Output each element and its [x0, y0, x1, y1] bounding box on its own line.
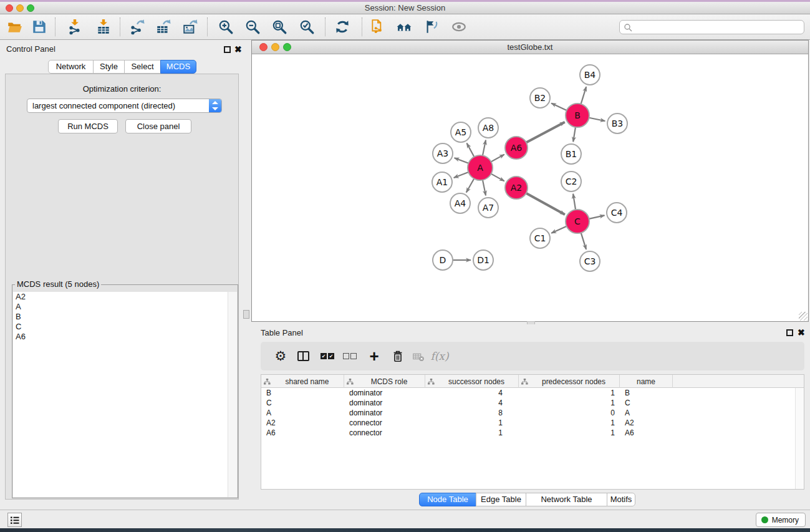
- column-header-shared-name[interactable]: shared name: [261, 375, 344, 388]
- add-column-icon[interactable]: +: [365, 347, 383, 365]
- column-header-predecessor-nodes[interactable]: predecessor nodes: [519, 375, 620, 388]
- vertical-split-handle[interactable]: [243, 310, 249, 319]
- table-row[interactable]: Cdominator41C: [261, 398, 795, 408]
- network-maximize-button[interactable]: [283, 43, 291, 51]
- graph-node-label: B2: [534, 93, 546, 103]
- run-mcds-button[interactable]: Run MCDS: [58, 119, 118, 133]
- refresh-icon[interactable]: [332, 16, 353, 37]
- graph-node-A5[interactable]: A5: [451, 122, 471, 142]
- zoom-in-icon[interactable]: [215, 16, 236, 37]
- column-header-MCDS-role[interactable]: MCDS role: [344, 375, 425, 388]
- column-header-successor-nodes[interactable]: successor nodes: [425, 375, 519, 388]
- window-title-bar: Session: New Session: [0, 2, 810, 14]
- table-cell: 1: [519, 428, 620, 438]
- graph-node-A6[interactable]: A6: [505, 137, 528, 159]
- close-panel-icon[interactable]: ✖: [234, 45, 242, 54]
- result-item[interactable]: A6: [13, 332, 237, 342]
- resize-grip-icon[interactable]: [799, 312, 808, 321]
- graph-node-C2[interactable]: C2: [561, 172, 581, 191]
- graph-node-B[interactable]: B: [566, 104, 589, 127]
- graph-edge-A6-B: [526, 122, 565, 143]
- result-list-scrollbar[interactable]: [228, 292, 237, 497]
- export-network-icon[interactable]: [127, 16, 148, 37]
- result-item[interactable]: B: [13, 312, 237, 322]
- export-image-icon[interactable]: [180, 16, 201, 37]
- clone-network-icon[interactable]: [367, 16, 388, 37]
- search-field[interactable]: [619, 20, 804, 34]
- mcds-result-list: A2ABCA6: [13, 292, 237, 497]
- graph-node-B2[interactable]: B2: [530, 88, 550, 108]
- tab-network[interactable]: Network: [48, 60, 94, 74]
- graph-node-C[interactable]: C: [566, 210, 589, 233]
- float-panel-icon[interactable]: [224, 46, 231, 53]
- first-neighbors-icon[interactable]: [393, 16, 415, 37]
- network-window-titlebar[interactable]: testGlobe.txt: [252, 41, 808, 54]
- columns-icon[interactable]: [294, 347, 312, 365]
- graph-node-A7[interactable]: A7: [478, 198, 498, 218]
- graph-node-A[interactable]: A: [468, 155, 493, 180]
- zoom-fit-icon[interactable]: [269, 16, 290, 37]
- deselect-all-icon[interactable]: [340, 347, 359, 365]
- table-float-icon[interactable]: [786, 329, 793, 336]
- zoom-out-icon[interactable]: [242, 16, 263, 37]
- table-scrollbar[interactable]: [795, 388, 804, 489]
- attribute-type-icon: [428, 379, 435, 385]
- maximize-window-button[interactable]: [27, 4, 34, 12]
- search-input[interactable]: [635, 21, 800, 33]
- graph-node-A4[interactable]: A4: [450, 193, 470, 213]
- tab-node-table[interactable]: Node Table: [419, 493, 476, 506]
- table-cell: A: [620, 408, 673, 418]
- tab-motifs[interactable]: Motifs: [607, 493, 635, 506]
- network-minimize-button[interactable]: [271, 43, 279, 51]
- criterion-dropdown[interactable]: largest connected component (directed): [27, 99, 222, 113]
- import-network-icon[interactable]: [64, 16, 85, 37]
- import-table-icon[interactable]: [93, 16, 114, 37]
- close-panel-button[interactable]: Close panel: [125, 119, 191, 133]
- graph-node-B3[interactable]: B3: [607, 114, 627, 133]
- hide-details-icon[interactable]: [420, 16, 441, 37]
- graph-node-D[interactable]: D: [433, 250, 453, 270]
- graph-node-A1[interactable]: A1: [432, 172, 452, 192]
- network-canvas[interactable]: AA1A2A3A4A5A6A7A8BB1B2B3B4CC1C2C3C4DD1: [252, 54, 808, 321]
- show-details-icon[interactable]: [448, 16, 470, 37]
- table-row[interactable]: Adominator80A: [261, 408, 795, 418]
- table-row[interactable]: A6connector11A6: [261, 428, 795, 438]
- table-row[interactable]: Bdominator41B: [261, 388, 795, 398]
- column-header-name[interactable]: name: [620, 375, 673, 388]
- graph-node-C3[interactable]: C3: [580, 251, 600, 271]
- graph-node-A2[interactable]: A2: [505, 177, 528, 199]
- table-close-icon[interactable]: ✖: [798, 328, 805, 337]
- gear-icon[interactable]: ⚙: [271, 347, 290, 365]
- function-builder-icon[interactable]: f(x): [430, 347, 449, 365]
- close-window-button[interactable]: [6, 4, 13, 12]
- table-row[interactable]: A2connector11A2: [261, 418, 795, 428]
- tab-mcds[interactable]: MCDS: [160, 60, 196, 74]
- tab-network-table[interactable]: Network Table: [526, 493, 607, 506]
- task-history-button[interactable]: [7, 513, 22, 527]
- minimize-window-button[interactable]: [16, 4, 24, 12]
- network-close-button[interactable]: [259, 43, 268, 51]
- graph-node-A3[interactable]: A3: [433, 143, 453, 163]
- graph-node-B1[interactable]: B1: [561, 144, 581, 164]
- graph-node-D1[interactable]: D1: [473, 250, 493, 270]
- graph-node-label: D1: [477, 255, 489, 265]
- graph-node-C4[interactable]: C4: [607, 203, 627, 223]
- tab-edge-table[interactable]: Edge Table: [476, 493, 526, 506]
- delete-icon[interactable]: [388, 347, 407, 365]
- graph-node-B4[interactable]: B4: [580, 65, 600, 85]
- open-file-icon[interactable]: [4, 16, 25, 37]
- zoom-selected-icon[interactable]: [296, 16, 317, 37]
- export-table-icon[interactable]: [153, 16, 174, 37]
- result-item[interactable]: A: [13, 302, 237, 312]
- select-all-icon[interactable]: ✔✔: [318, 347, 337, 365]
- delete-table-icon[interactable]: [409, 347, 428, 365]
- save-session-icon[interactable]: [29, 16, 50, 37]
- tab-select[interactable]: Select: [124, 60, 161, 74]
- tab-style[interactable]: Style: [93, 60, 125, 74]
- graph-node-label: B3: [612, 118, 624, 128]
- graph-node-A8[interactable]: A8: [478, 118, 498, 138]
- result-item[interactable]: C: [13, 322, 237, 332]
- result-item[interactable]: A2: [13, 292, 237, 302]
- memory-button[interactable]: Memory: [756, 513, 806, 527]
- graph-node-C1[interactable]: C1: [530, 228, 550, 248]
